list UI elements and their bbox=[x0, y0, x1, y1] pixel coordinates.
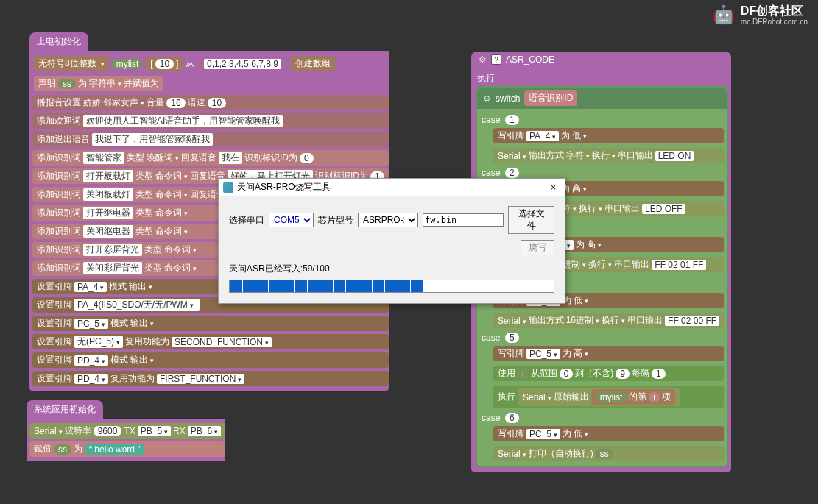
burn-dialog: 天问ASR-PRO烧写工具 × 选择串口 COM5 芯片型号 ASRPRO-2M… bbox=[218, 178, 565, 304]
c1-pin[interactable]: 写引脚PA_4 为低 bbox=[493, 128, 724, 143]
c5-loop-body[interactable]: 执行 Serial 原始输出 mylist 的第 i 项 bbox=[493, 386, 724, 408]
c1-serial[interactable]: Serial输出方式 字符换行 串口输出LED ON bbox=[493, 148, 724, 163]
progress-bar bbox=[229, 280, 554, 293]
row-declare[interactable]: 声明 ss 为 字符串 并赋值为 bbox=[32, 75, 389, 92]
port-select[interactable]: COM5 bbox=[269, 213, 314, 227]
row-exit[interactable]: 添加退出语音 我退下了，用智能管家唤醒我 bbox=[32, 132, 389, 147]
row-serial[interactable]: Serial 波特率 9600 TXPB_5 RXPB_6 bbox=[29, 423, 225, 439]
chip-select[interactable]: ASRPRO-2M bbox=[358, 213, 418, 227]
exec-label: 执行 bbox=[477, 72, 728, 85]
row-pin-pd4-alt[interactable]: 设置引脚PD_4 复用功能为FIRST_FUNCTION bbox=[32, 371, 389, 386]
burn-button[interactable]: 烧写 bbox=[521, 240, 554, 255]
chip-label: 芯片型号 bbox=[318, 214, 353, 227]
row-rec-0[interactable]: 添加识别词智能管家 类型唤醒词 回复语音我在 识别标识ID为0 bbox=[32, 150, 389, 166]
row-pin-pc5-alt[interactable]: 设置引脚无(PC_5) 复用功能为SECOND_FUNCTION bbox=[32, 334, 389, 349]
dialog-titlebar[interactable]: 天问ASR-PRO烧写工具 × bbox=[219, 179, 565, 196]
help-icon[interactable]: ? bbox=[491, 54, 501, 65]
row-pin-pd4[interactable]: 设置引脚PD_4 模式输出 bbox=[32, 352, 389, 368]
c6-pin[interactable]: 写引脚PC_5 为低 bbox=[493, 426, 724, 441]
c6-print[interactable]: Serial打印（自动换行) ss bbox=[493, 446, 724, 461]
gear-icon[interactable]: ⚙ bbox=[479, 54, 487, 65]
row-assign[interactable]: 赋值 ss 为 “ hello word ” bbox=[29, 441, 225, 457]
watermark-title: DF创客社区 bbox=[741, 4, 808, 18]
asr-hat[interactable]: ⚙ ? ASR_CODE bbox=[471, 52, 731, 68]
row-array[interactable]: 无符号8位整数 mylist [ 10 ] 从 { 0,1,2,3,4,5,6,… bbox=[32, 55, 389, 72]
c5-for[interactable]: 使用i 从范围0 到（不含)9 每隔1 bbox=[493, 366, 724, 381]
file-input[interactable] bbox=[423, 213, 504, 227]
row-welcome[interactable]: 添加欢迎词 欢迎使用人工智能AI语音助手，用智能管家唤醒我 bbox=[32, 113, 389, 129]
site-watermark: 🤖 DF创客社区 mc.DFRobot.com.cn bbox=[713, 4, 808, 26]
burn-status: 天问ASR已经写入:59/100 bbox=[229, 263, 554, 275]
dialog-title: 天问ASR-PRO烧写工具 bbox=[237, 181, 331, 194]
c2-hex2[interactable]: Serial输出方式 16进制换行 串口输出FF 02 00 FF bbox=[493, 313, 724, 328]
row-voiceset[interactable]: 播报音设置 娇娇·邻家女声 音量 16 语速 10 bbox=[32, 95, 389, 110]
switch-header[interactable]: ⚙ switch 语音识别ID bbox=[477, 88, 727, 109]
robot-icon: 🤖 bbox=[713, 4, 735, 25]
close-button[interactable]: × bbox=[546, 182, 560, 193]
app-icon bbox=[223, 182, 233, 193]
init-hat[interactable]: 上电初始化 bbox=[29, 32, 88, 51]
c5-pin[interactable]: 写引脚PC_5 为高 bbox=[493, 346, 724, 361]
port-label: 选择串口 bbox=[229, 214, 264, 227]
gear-icon[interactable]: ⚙ bbox=[483, 93, 491, 104]
choose-file-button[interactable]: 选择文件 bbox=[508, 206, 554, 234]
watermark-sub: mc.DFRobot.com.cn bbox=[741, 18, 808, 26]
c2-trail[interactable]: 4 为高 bbox=[552, 237, 724, 252]
sysinit-hat[interactable]: 系统应用初始化 bbox=[27, 400, 103, 419]
row-pin-pc5[interactable]: 设置引脚PC_5 模式输出 bbox=[32, 316, 389, 331]
